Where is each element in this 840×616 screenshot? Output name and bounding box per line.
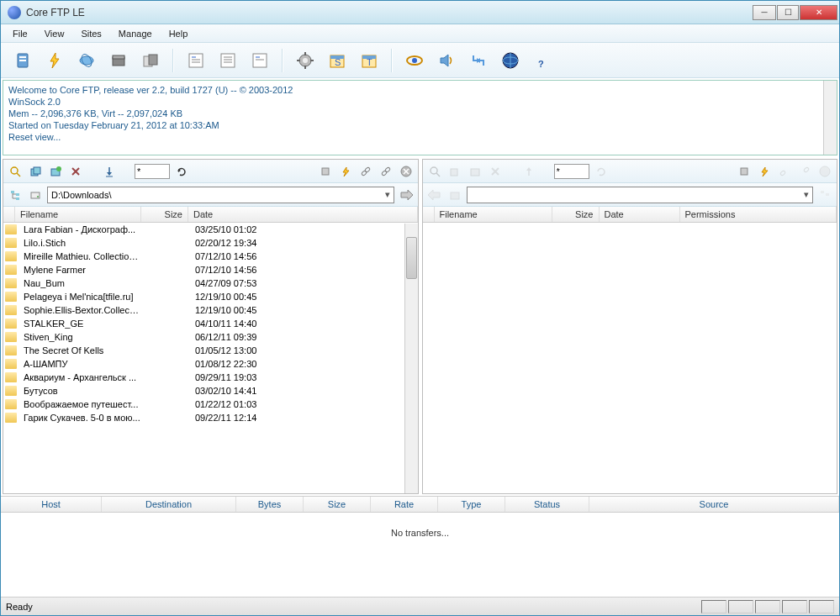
refresh-icon[interactable] bbox=[173, 163, 190, 180]
search-icon[interactable] bbox=[7, 163, 24, 180]
file-name: Mireille Mathieu. Collection.... bbox=[20, 251, 145, 261]
size-col[interactable]: Size bbox=[304, 497, 371, 512]
folder-icon bbox=[5, 372, 17, 382]
size-col[interactable]: Size bbox=[552, 207, 600, 222]
textview2-button[interactable] bbox=[214, 47, 241, 74]
file-name: Stiven_King bbox=[20, 332, 145, 342]
new-folder-icon bbox=[467, 163, 483, 180]
source-col[interactable]: Source bbox=[589, 497, 839, 512]
file-date: 01/05/12 13:00 bbox=[192, 345, 416, 355]
minimize-button[interactable]: ─ bbox=[753, 5, 776, 20]
filename-col[interactable]: Filename bbox=[435, 207, 552, 222]
destination-col[interactable]: Destination bbox=[102, 497, 236, 512]
stop-icon[interactable] bbox=[398, 163, 415, 180]
transfer-header: Host Destination Bytes Size Rate Type St… bbox=[1, 496, 839, 513]
textview1-button[interactable] bbox=[182, 47, 209, 74]
file-row[interactable]: Lilo.i.Stich02/20/12 19:34 bbox=[3, 236, 418, 250]
compare-button[interactable] bbox=[465, 47, 492, 74]
file-row[interactable]: Sophie.Ellis-Bextor.Collecti...12/19/10 … bbox=[3, 303, 418, 317]
templates-button[interactable]: T bbox=[356, 47, 383, 74]
download-icon[interactable] bbox=[101, 163, 118, 180]
transfer-mode-icon[interactable] bbox=[736, 163, 753, 180]
view-button[interactable] bbox=[401, 47, 428, 74]
file-row[interactable]: Lara Fabian - Дискограф...03/25/10 01:02 bbox=[3, 223, 418, 236]
host-col[interactable]: Host bbox=[1, 497, 102, 512]
svg-rect-64 bbox=[16, 193, 19, 196]
svg-point-47 bbox=[56, 166, 61, 171]
lightning-icon[interactable] bbox=[337, 163, 354, 180]
remote-file-list[interactable]: Filename Size Date Permissions bbox=[423, 207, 837, 493]
icon-col[interactable] bbox=[423, 207, 435, 222]
copy-icon[interactable] bbox=[27, 163, 44, 180]
link1-icon[interactable] bbox=[357, 163, 374, 180]
log-scrollbar[interactable] bbox=[823, 81, 837, 155]
maximize-button[interactable]: ☐ bbox=[777, 5, 799, 20]
date-col[interactable]: Date bbox=[600, 207, 680, 222]
log-line: Welcome to Core FTP, release ver 2.2, bu… bbox=[8, 84, 832, 96]
svg-marker-79 bbox=[526, 167, 531, 171]
icon-col[interactable] bbox=[3, 207, 15, 222]
site-manager-button[interactable] bbox=[137, 47, 164, 74]
status-text: Ready bbox=[6, 602, 33, 612]
transfer-mode-icon[interactable] bbox=[317, 163, 334, 180]
file-row[interactable]: Mylene Farmer07/12/10 14:56 bbox=[3, 263, 418, 276]
go-icon[interactable] bbox=[398, 187, 415, 203]
connect-button[interactable] bbox=[9, 47, 36, 74]
file-row[interactable]: Stiven_King06/12/11 09:39 bbox=[3, 330, 418, 344]
svg-point-56 bbox=[361, 170, 367, 176]
textview3-button[interactable] bbox=[246, 47, 273, 74]
size-col[interactable]: Size bbox=[141, 207, 188, 222]
status-cell bbox=[701, 600, 726, 613]
reconnect-button[interactable] bbox=[73, 47, 100, 74]
refresh-icon bbox=[593, 163, 610, 180]
file-row[interactable]: STALKER_GE04/10/11 14:40 bbox=[3, 317, 418, 330]
help-button[interactable]: ? bbox=[529, 47, 556, 74]
lightning-icon[interactable] bbox=[756, 163, 773, 180]
file-row[interactable]: Воображаемое путешест...01/22/12 01:03 bbox=[3, 398, 418, 411]
permissions-col[interactable]: Permissions bbox=[680, 207, 837, 222]
remote-path-input[interactable]: ▾ bbox=[467, 187, 814, 203]
file-date: 01/08/12 22:30 bbox=[192, 359, 416, 369]
filename-col[interactable]: Filename bbox=[15, 207, 141, 222]
globe-button[interactable] bbox=[497, 47, 524, 74]
type-col[interactable]: Type bbox=[438, 497, 505, 512]
local-scrollbar[interactable] bbox=[404, 224, 418, 493]
date-col[interactable]: Date bbox=[188, 207, 418, 222]
file-row[interactable]: А-ШАМПУ01/08/12 22:30 bbox=[3, 357, 418, 371]
drive-icon[interactable] bbox=[27, 187, 44, 203]
file-date: 07/12/10 14:56 bbox=[192, 265, 416, 275]
sound-button[interactable] bbox=[433, 47, 460, 74]
new-folder-icon[interactable] bbox=[47, 163, 64, 180]
local-filter-input[interactable] bbox=[135, 164, 170, 179]
file-row[interactable]: Гарик Сукачев. 5-0 в мою...09/22/11 12:1… bbox=[3, 411, 418, 424]
menu-sites[interactable]: Sites bbox=[72, 27, 109, 40]
file-date: 09/29/11 19:03 bbox=[192, 372, 416, 382]
remote-filter-input[interactable] bbox=[554, 164, 589, 179]
menu-view[interactable]: View bbox=[36, 27, 73, 40]
file-row[interactable]: Аквариум - Архангельск ...09/29/11 19:03 bbox=[3, 371, 418, 384]
quick-connect-button[interactable] bbox=[41, 47, 68, 74]
menu-help[interactable]: Help bbox=[161, 27, 197, 40]
rate-col[interactable]: Rate bbox=[371, 497, 438, 512]
file-row[interactable]: Mireille Mathieu. Collection....07/12/10… bbox=[3, 250, 418, 263]
svg-marker-85 bbox=[428, 190, 440, 200]
file-row[interactable]: The Secret Of Kells01/05/12 13:00 bbox=[3, 344, 418, 357]
file-row[interactable]: Бутусов03/02/10 14:41 bbox=[3, 384, 418, 398]
file-name: Pelageya i Mel'nica[tfile.ru] bbox=[20, 292, 145, 302]
local-file-list[interactable]: Filename Size Date Lara Fabian - Дискогр… bbox=[3, 207, 418, 493]
link2-icon[interactable] bbox=[378, 163, 394, 180]
menu-manage[interactable]: Manage bbox=[110, 27, 161, 40]
bytes-col[interactable]: Bytes bbox=[236, 497, 304, 512]
delete-icon[interactable] bbox=[67, 163, 84, 180]
local-path-input[interactable]: D:\Downloads\▾ bbox=[47, 187, 394, 203]
file-row[interactable]: Pelageya i Mel'nica[tfile.ru]12/19/10 00… bbox=[3, 290, 418, 303]
status-col[interactable]: Status bbox=[505, 497, 589, 512]
close-button[interactable]: ✕ bbox=[800, 5, 837, 20]
file-row[interactable]: Nau_Bum04/27/09 07:53 bbox=[3, 276, 418, 290]
disconnect-button[interactable] bbox=[105, 47, 132, 74]
menu-file[interactable]: File bbox=[4, 27, 36, 40]
schedule-button[interactable]: S bbox=[324, 47, 351, 74]
scrollbar-thumb[interactable] bbox=[406, 237, 417, 279]
tree-icon[interactable] bbox=[7, 187, 24, 203]
settings-button[interactable] bbox=[292, 47, 319, 74]
